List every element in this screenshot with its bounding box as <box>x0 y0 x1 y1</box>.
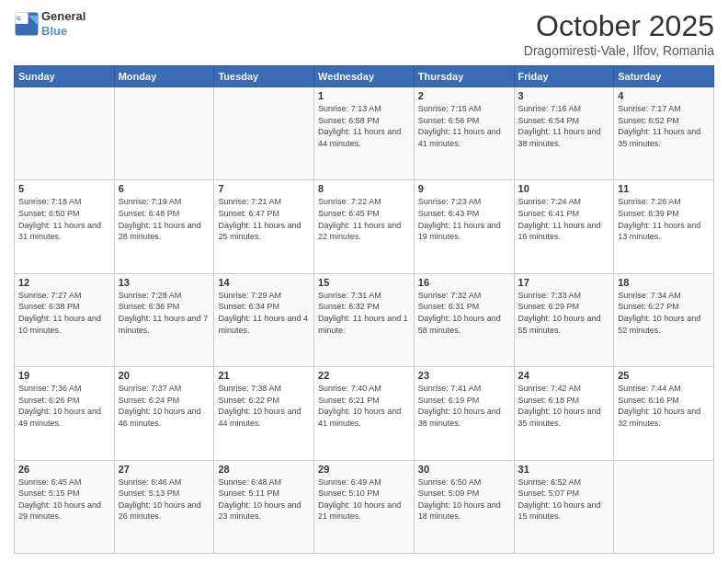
calendar-cell <box>614 460 714 553</box>
day-number: 8 <box>318 183 410 194</box>
day-info: Sunrise: 7:41 AM Sunset: 6:19 PM Dayligh… <box>418 383 510 429</box>
calendar-week-4: 19Sunrise: 7:36 AM Sunset: 6:26 PM Dayli… <box>15 367 714 460</box>
day-info: Sunrise: 6:49 AM Sunset: 5:10 PM Dayligh… <box>318 477 410 523</box>
day-info: Sunrise: 7:42 AM Sunset: 6:18 PM Dayligh… <box>518 383 610 429</box>
weekday-header-thursday: Thursday <box>414 66 514 87</box>
calendar-cell: 27Sunrise: 6:46 AM Sunset: 5:13 PM Dayli… <box>114 460 214 553</box>
day-info: Sunrise: 7:44 AM Sunset: 6:16 PM Dayligh… <box>618 383 710 429</box>
day-number: 20 <box>119 370 210 381</box>
day-number: 1 <box>318 90 410 101</box>
calendar-cell <box>214 87 314 180</box>
calendar-cell: 22Sunrise: 7:40 AM Sunset: 6:21 PM Dayli… <box>314 367 415 460</box>
calendar-cell: 13Sunrise: 7:28 AM Sunset: 6:36 PM Dayli… <box>114 273 214 366</box>
day-info: Sunrise: 7:15 AM Sunset: 6:56 PM Dayligh… <box>418 103 510 149</box>
day-info: Sunrise: 6:52 AM Sunset: 5:07 PM Dayligh… <box>518 477 610 523</box>
day-info: Sunrise: 7:16 AM Sunset: 6:54 PM Dayligh… <box>518 103 610 149</box>
day-info: Sunrise: 6:46 AM Sunset: 5:13 PM Dayligh… <box>119 477 210 523</box>
day-number: 18 <box>618 277 710 288</box>
day-info: Sunrise: 7:27 AM Sunset: 6:38 PM Dayligh… <box>18 290 110 336</box>
calendar-cell: 11Sunrise: 7:26 AM Sunset: 6:39 PM Dayli… <box>614 180 714 273</box>
svg-text:G: G <box>17 15 21 21</box>
day-info: Sunrise: 7:32 AM Sunset: 6:31 PM Dayligh… <box>418 290 510 336</box>
day-number: 16 <box>418 277 510 288</box>
calendar-cell: 17Sunrise: 7:33 AM Sunset: 6:29 PM Dayli… <box>514 273 614 366</box>
day-info: Sunrise: 7:19 AM Sunset: 6:48 PM Dayligh… <box>119 196 210 242</box>
day-number: 2 <box>418 90 510 101</box>
logo-text: General Blue <box>41 9 85 38</box>
day-info: Sunrise: 6:48 AM Sunset: 5:11 PM Dayligh… <box>218 477 310 523</box>
day-number: 13 <box>119 277 210 288</box>
day-number: 19 <box>18 370 110 381</box>
day-info: Sunrise: 7:40 AM Sunset: 6:21 PM Dayligh… <box>318 383 410 429</box>
day-number: 9 <box>418 183 510 194</box>
day-number: 4 <box>618 90 710 101</box>
day-info: Sunrise: 7:38 AM Sunset: 6:22 PM Dayligh… <box>218 383 310 429</box>
weekday-header-row: SundayMondayTuesdayWednesdayThursdayFrid… <box>15 66 714 87</box>
day-info: Sunrise: 7:21 AM Sunset: 6:47 PM Dayligh… <box>218 196 310 242</box>
month-title: October 2025 <box>524 9 714 43</box>
calendar-week-5: 26Sunrise: 6:45 AM Sunset: 5:15 PM Dayli… <box>15 460 714 553</box>
header: G General Blue October 2025 Dragomiresti… <box>14 9 714 58</box>
calendar-cell: 3Sunrise: 7:16 AM Sunset: 6:54 PM Daylig… <box>514 87 614 180</box>
day-info: Sunrise: 7:22 AM Sunset: 6:45 PM Dayligh… <box>318 196 410 242</box>
day-info: Sunrise: 7:28 AM Sunset: 6:36 PM Dayligh… <box>119 290 210 336</box>
calendar-cell: 28Sunrise: 6:48 AM Sunset: 5:11 PM Dayli… <box>214 460 314 553</box>
weekday-header-monday: Monday <box>114 66 214 87</box>
calendar-cell: 5Sunrise: 7:18 AM Sunset: 6:50 PM Daylig… <box>15 180 115 273</box>
day-number: 31 <box>518 464 610 475</box>
page: G General Blue October 2025 Dragomiresti… <box>0 0 728 563</box>
calendar-cell: 8Sunrise: 7:22 AM Sunset: 6:45 PM Daylig… <box>314 180 415 273</box>
logo: G General Blue <box>14 9 85 38</box>
day-number: 25 <box>618 370 710 381</box>
day-number: 14 <box>218 277 310 288</box>
location-subtitle: Dragomiresti-Vale, Ilfov, Romania <box>524 43 714 58</box>
logo-line1: General <box>41 9 85 24</box>
day-number: 30 <box>418 464 510 475</box>
logo-icon: G <box>14 11 40 37</box>
logo-line2: Blue <box>41 24 85 39</box>
calendar-week-1: 1Sunrise: 7:13 AM Sunset: 6:58 PM Daylig… <box>15 87 714 180</box>
day-number: 3 <box>518 90 610 101</box>
calendar-cell: 15Sunrise: 7:31 AM Sunset: 6:32 PM Dayli… <box>314 273 415 366</box>
calendar-cell: 21Sunrise: 7:38 AM Sunset: 6:22 PM Dayli… <box>214 367 314 460</box>
calendar-cell: 25Sunrise: 7:44 AM Sunset: 6:16 PM Dayli… <box>614 367 714 460</box>
weekday-header-sunday: Sunday <box>15 66 115 87</box>
calendar-cell: 7Sunrise: 7:21 AM Sunset: 6:47 PM Daylig… <box>214 180 314 273</box>
calendar-cell: 26Sunrise: 6:45 AM Sunset: 5:15 PM Dayli… <box>15 460 115 553</box>
calendar-cell: 29Sunrise: 6:49 AM Sunset: 5:10 PM Dayli… <box>314 460 415 553</box>
day-number: 26 <box>18 464 110 475</box>
calendar-cell: 12Sunrise: 7:27 AM Sunset: 6:38 PM Dayli… <box>15 273 115 366</box>
calendar-cell: 14Sunrise: 7:29 AM Sunset: 6:34 PM Dayli… <box>214 273 314 366</box>
calendar-cell: 19Sunrise: 7:36 AM Sunset: 6:26 PM Dayli… <box>15 367 115 460</box>
day-number: 28 <box>218 464 310 475</box>
calendar-week-2: 5Sunrise: 7:18 AM Sunset: 6:50 PM Daylig… <box>15 180 714 273</box>
day-info: Sunrise: 7:24 AM Sunset: 6:41 PM Dayligh… <box>518 196 610 242</box>
day-number: 12 <box>18 277 110 288</box>
day-info: Sunrise: 7:13 AM Sunset: 6:58 PM Dayligh… <box>318 103 410 149</box>
weekday-header-wednesday: Wednesday <box>314 66 415 87</box>
day-number: 6 <box>119 183 210 194</box>
calendar-cell: 2Sunrise: 7:15 AM Sunset: 6:56 PM Daylig… <box>414 87 514 180</box>
calendar: SundayMondayTuesdayWednesdayThursdayFrid… <box>14 65 714 554</box>
day-number: 10 <box>518 183 610 194</box>
calendar-cell <box>114 87 214 180</box>
day-info: Sunrise: 7:17 AM Sunset: 6:52 PM Dayligh… <box>618 103 710 149</box>
day-info: Sunrise: 7:26 AM Sunset: 6:39 PM Dayligh… <box>618 196 710 242</box>
calendar-cell: 16Sunrise: 7:32 AM Sunset: 6:31 PM Dayli… <box>414 273 514 366</box>
calendar-cell: 31Sunrise: 6:52 AM Sunset: 5:07 PM Dayli… <box>514 460 614 553</box>
title-block: October 2025 Dragomiresti-Vale, Ilfov, R… <box>524 9 714 58</box>
day-info: Sunrise: 7:23 AM Sunset: 6:43 PM Dayligh… <box>418 196 510 242</box>
day-number: 23 <box>418 370 510 381</box>
calendar-cell <box>15 87 115 180</box>
calendar-cell: 23Sunrise: 7:41 AM Sunset: 6:19 PM Dayli… <box>414 367 514 460</box>
weekday-header-saturday: Saturday <box>614 66 714 87</box>
weekday-header-friday: Friday <box>514 66 614 87</box>
calendar-cell: 24Sunrise: 7:42 AM Sunset: 6:18 PM Dayli… <box>514 367 614 460</box>
calendar-cell: 1Sunrise: 7:13 AM Sunset: 6:58 PM Daylig… <box>314 87 415 180</box>
day-info: Sunrise: 7:29 AM Sunset: 6:34 PM Dayligh… <box>218 290 310 336</box>
day-number: 22 <box>318 370 410 381</box>
calendar-cell: 20Sunrise: 7:37 AM Sunset: 6:24 PM Dayli… <box>114 367 214 460</box>
calendar-cell: 10Sunrise: 7:24 AM Sunset: 6:41 PM Dayli… <box>514 180 614 273</box>
day-info: Sunrise: 7:37 AM Sunset: 6:24 PM Dayligh… <box>119 383 210 429</box>
calendar-cell: 18Sunrise: 7:34 AM Sunset: 6:27 PM Dayli… <box>614 273 714 366</box>
